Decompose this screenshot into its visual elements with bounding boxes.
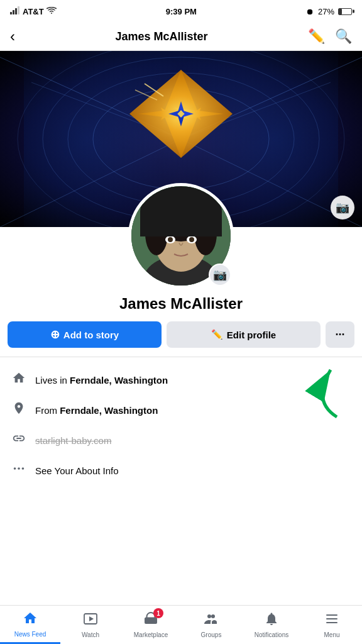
profile-section: 📷 James McAllister ⊕ Add to story ✏️ Edi…: [0, 227, 362, 501]
svg-point-31: [194, 211, 217, 255]
page-title: James McAllister: [115, 30, 207, 43]
profile-name: James McAllister: [119, 295, 243, 313]
info-section: Lives in Ferndale, Washington From Fernd…: [0, 357, 362, 493]
edit-profile-label: Edit profile: [227, 330, 276, 340]
svg-rect-3: [18, 6, 19, 14]
menu-label: Menu: [324, 631, 339, 638]
svg-rect-46: [326, 618, 337, 619]
bottom-navigation: News Feed Watch 1 Marketplace: [0, 605, 362, 644]
svg-point-36: [189, 237, 194, 242]
svg-point-39: [18, 467, 20, 470]
status-time: 9:39 PM: [166, 7, 197, 16]
nav-item-marketplace[interactable]: 1 Marketplace: [121, 606, 181, 644]
svg-rect-0: [10, 12, 12, 14]
cover-camera-button[interactable]: 📷: [331, 196, 354, 219]
svg-point-44: [211, 614, 215, 618]
nav-item-watch[interactable]: Watch: [60, 606, 121, 644]
nav-header: ‹ James McAllister ✏️ 🔍: [0, 23, 362, 51]
svg-rect-45: [326, 614, 337, 616]
wifi-icon: [47, 7, 57, 16]
add-to-story-button[interactable]: ⊕ Add to story: [8, 321, 162, 348]
groups-label: Groups: [201, 631, 222, 638]
see-about-item[interactable]: See Your About Info: [10, 455, 352, 486]
edit-profile-button[interactable]: ✏️ Edit profile: [167, 321, 321, 348]
battery-icon: [338, 8, 352, 15]
action-buttons: ⊕ Add to story ✏️ Edit profile ···: [0, 321, 362, 348]
dots-icon: ···: [335, 328, 344, 341]
more-options-button[interactable]: ···: [326, 321, 354, 348]
lives-in-text: Lives in Ferndale, Washington: [35, 375, 168, 386]
edit-icon[interactable]: ✏️: [308, 28, 325, 45]
more-dots-icon: [10, 462, 28, 479]
screen-record-icon: ⏺: [306, 7, 314, 16]
notifications-nav-icon: [264, 611, 279, 630]
header-actions: ✏️ 🔍: [308, 28, 352, 45]
watch-nav-icon: [83, 611, 98, 630]
signal-bars: [10, 6, 20, 16]
lives-in-city: Ferndale, Washington: [70, 375, 168, 386]
back-button[interactable]: ‹: [10, 28, 15, 45]
svg-rect-47: [326, 622, 337, 623]
svg-point-35: [168, 237, 173, 242]
from-text: From Ferndale, Washington: [35, 405, 158, 416]
menu-nav-icon: [324, 611, 339, 630]
status-right: ⏺ 27%: [306, 7, 352, 16]
svg-point-43: [207, 614, 211, 618]
svg-point-30: [145, 211, 168, 255]
nav-item-menu[interactable]: Menu: [302, 606, 362, 644]
marketplace-badge: 1: [153, 608, 163, 618]
battery-percent: 27%: [318, 7, 334, 16]
svg-point-29: [152, 194, 210, 242]
link-icon: [10, 431, 28, 449]
avatar-container: 📷: [128, 183, 234, 289]
nav-item-groups[interactable]: Groups: [181, 606, 241, 644]
svg-marker-42: [89, 616, 94, 621]
svg-point-40: [22, 467, 25, 470]
from-city: Ferndale, Washington: [60, 405, 158, 416]
website-link[interactable]: starlight-baby.com: [35, 435, 111, 446]
groups-nav-icon: [204, 611, 219, 630]
svg-rect-1: [13, 10, 14, 14]
home-icon: [10, 371, 28, 389]
home-nav-icon: [23, 611, 38, 630]
see-about-text: See Your About Info: [35, 465, 119, 476]
search-icon[interactable]: 🔍: [335, 28, 352, 45]
avatar-camera-button[interactable]: 📷: [209, 264, 231, 286]
green-arrow: [299, 364, 349, 426]
marketplace-label: Marketplace: [134, 631, 168, 638]
svg-point-32: [155, 194, 207, 229]
notifications-label: Notifications: [255, 631, 288, 638]
svg-marker-18: [129, 70, 233, 158]
nav-item-notifications[interactable]: Notifications: [241, 606, 302, 644]
location-icon: [10, 401, 28, 419]
carrier-signal: AT&T: [10, 6, 57, 16]
carrier-name: AT&T: [23, 7, 44, 16]
news-feed-label: News Feed: [14, 631, 47, 638]
link-item[interactable]: starlight-baby.com: [10, 425, 352, 455]
add-story-label: Add to story: [63, 330, 119, 340]
svg-rect-2: [15, 8, 17, 14]
battery-fill: [339, 9, 342, 14]
watch-label: Watch: [82, 631, 99, 638]
svg-point-38: [14, 467, 16, 470]
bottom-spacer: [0, 501, 362, 545]
status-bar: AT&T 9:39 PM ⏺ 27%: [0, 0, 362, 23]
pencil-icon: ✏️: [211, 329, 223, 340]
add-icon: ⊕: [50, 328, 60, 341]
nav-item-news-feed[interactable]: News Feed: [0, 606, 60, 644]
